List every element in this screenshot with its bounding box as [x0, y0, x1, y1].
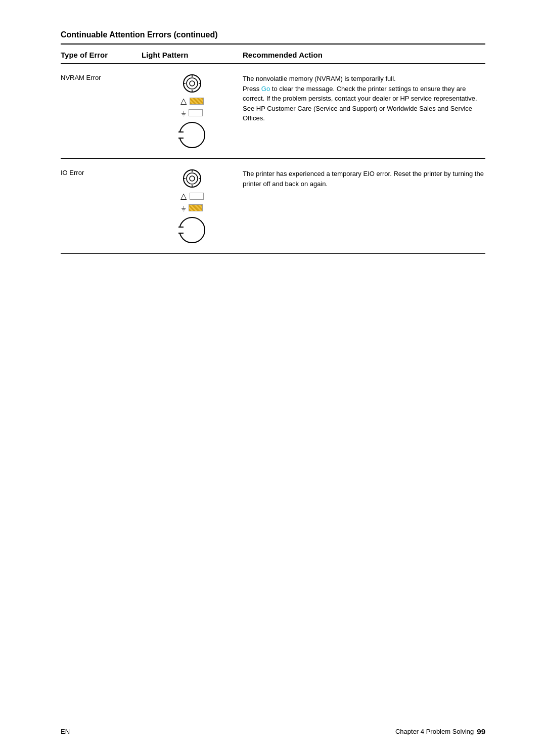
footer-chapter: Chapter 4 Problem Solving [395, 728, 474, 735]
footer-page-info: Chapter 4 Problem Solving 99 [395, 727, 485, 736]
ready-icon [183, 74, 202, 93]
warning-empty-row: △ [180, 191, 204, 201]
amber-rect [190, 98, 204, 105]
big-circle-icon [179, 122, 205, 148]
go-link[interactable]: Go [261, 85, 270, 93]
col-header-action: Recommended Action [243, 45, 485, 64]
big-circle-icon-io [179, 217, 205, 243]
light-pattern-io: △ ⏚ [142, 159, 243, 254]
light-pattern-nvram: △ ⏚ [142, 64, 243, 159]
svg-point-4 [187, 173, 198, 184]
svg-point-5 [190, 176, 195, 181]
error-type-nvram: NVRAM Error [61, 64, 142, 159]
tray-circle [179, 122, 205, 148]
error-table: Type of Error Light Pattern Recommended … [61, 45, 485, 254]
footer-page-number: 99 [477, 727, 485, 736]
table-row: IO Error △ [61, 159, 485, 254]
action-io: The printer has experienced a temporary … [243, 159, 485, 254]
error-type-io: IO Error [61, 159, 142, 254]
triangle-icon: △ [180, 96, 187, 106]
table-row: NVRAM Error △ [61, 64, 485, 159]
empty-rect [189, 109, 203, 116]
power-icon-io: ⏚ [181, 204, 186, 212]
action-nvram: The nonvolatile memory (NVRAM) is tempor… [243, 64, 485, 159]
svg-point-1 [187, 78, 198, 89]
power-icon: ⏚ [181, 109, 186, 117]
page-footer: EN Chapter 4 Problem Solving 99 [61, 727, 485, 736]
svg-point-2 [190, 81, 195, 86]
power-empty-row: ⏚ [181, 109, 203, 117]
col-header-type: Type of Error [61, 45, 142, 64]
triangle-icon-io: △ [180, 191, 187, 201]
warning-amber-row: △ [180, 96, 204, 106]
ready-icon-io [183, 169, 202, 188]
tray-circle-io [179, 217, 205, 243]
power-amber-row: ⏚ [181, 204, 203, 212]
footer-en: EN [61, 728, 70, 735]
amber-rect-2 [189, 204, 203, 211]
section-title: Continuable Attention Errors (continued) [61, 30, 485, 45]
empty-rect-2 [190, 193, 204, 200]
svg-point-3 [184, 170, 201, 187]
svg-point-0 [184, 75, 201, 92]
col-header-pattern: Light Pattern [142, 45, 243, 64]
